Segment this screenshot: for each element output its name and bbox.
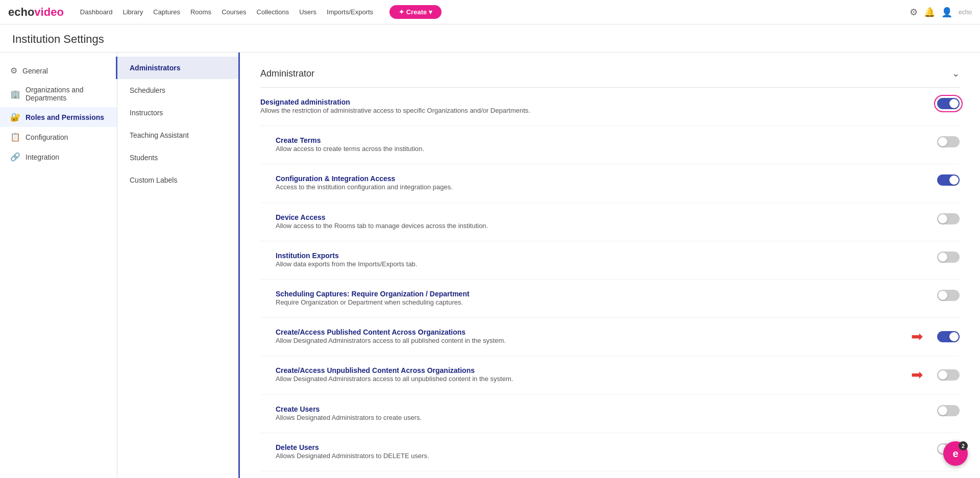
toggle-wrap-designated-admin xyxy=(937,98,960,109)
perm-header-config-integration-access: Configuration & Integration Access Acces… xyxy=(276,174,960,192)
page-layout: Institution Settings ⚙General🏢Organizati… xyxy=(0,24,980,478)
toggle-scheduling-captures[interactable] xyxy=(937,290,960,301)
create-button[interactable]: ✦ Create ▾ xyxy=(389,5,442,19)
user-profile-icon[interactable]: 👤 xyxy=(941,7,952,18)
toggle-knob-scheduling-captures xyxy=(938,291,947,300)
notifications-icon[interactable]: 🔔 xyxy=(924,7,935,18)
logo[interactable]: echovideo xyxy=(8,6,64,19)
avatar-button[interactable]: e 2 xyxy=(943,441,968,466)
perm-desc-designated-admin: Allows the restriction of administrative… xyxy=(260,106,530,115)
toggle-wrap-create-access-unpublished xyxy=(937,369,960,381)
perm-right-create-users xyxy=(927,405,960,416)
perm-desc-device-access: Allow access to the Rooms tab to manage … xyxy=(276,221,488,231)
sidebar-item-integration[interactable]: 🔗Integration xyxy=(0,147,117,167)
toggle-wrap-create-access-published xyxy=(937,331,960,342)
toggle-institution-exports[interactable] xyxy=(937,251,960,263)
perm-header-create-terms: Create Terms Allow access to create term… xyxy=(276,136,960,154)
sidebar-item-config[interactable]: 📋Configuration xyxy=(0,127,117,147)
toggle-create-access-unpublished[interactable] xyxy=(937,369,960,381)
sidebar-label-general: General xyxy=(22,67,48,75)
mid-item-instructors[interactable]: Instructors xyxy=(117,102,238,124)
toggle-device-access[interactable] xyxy=(937,213,960,224)
perm-title-create-users: Create Users xyxy=(276,405,422,413)
toggle-knob-designated-admin xyxy=(949,99,959,108)
avatar-badge: 2 xyxy=(959,441,968,450)
mid-item-administrators[interactable]: Administrators xyxy=(116,57,238,79)
nav-link-captures[interactable]: Captures xyxy=(153,8,180,16)
mid-item-schedulers[interactable]: Schedulers xyxy=(117,79,238,102)
nav-link-users[interactable]: Users xyxy=(299,8,316,16)
sidebar-item-org-dept[interactable]: 🏢Organizations and Departments xyxy=(0,81,117,107)
permission-row-config-integration-access: Configuration & Integration Access Acces… xyxy=(260,174,960,203)
perm-header-create-users: Create Users Allows Designated Administr… xyxy=(276,405,960,422)
perm-title-config-integration-access: Configuration & Integration Access xyxy=(276,174,453,183)
nav-link-library[interactable]: Library xyxy=(122,8,143,16)
toggle-wrap-institution-exports xyxy=(937,251,960,263)
permission-row-create-terms: Create Terms Allow access to create term… xyxy=(260,136,960,164)
nav-link-imports-exports[interactable]: Imports/Exports xyxy=(327,8,373,16)
perm-desc-delete-users: Allows Designated Administrators to DELE… xyxy=(276,451,429,461)
perm-title-create-access-unpublished: Create/Access Unpublished Content Across… xyxy=(276,366,513,374)
perm-text-delete-users: Delete Users Allows Designated Administr… xyxy=(276,443,429,461)
mid-item-teaching-assistant[interactable]: Teaching Assistant xyxy=(117,124,238,146)
sidebar-icon-config: 📋 xyxy=(10,132,20,142)
perm-header-device-access: Device Access Allow access to the Rooms … xyxy=(276,213,960,231)
mid-item-students[interactable]: Students xyxy=(117,146,238,169)
toggle-designated-admin[interactable] xyxy=(937,98,960,109)
toggle-create-terms[interactable] xyxy=(937,136,960,147)
nav-link-dashboard[interactable]: Dashboard xyxy=(80,8,113,16)
perm-title-create-terms: Create Terms xyxy=(276,136,424,144)
toggle-create-users[interactable] xyxy=(937,405,960,416)
sidebar-label-config: Configuration xyxy=(26,133,68,141)
perm-title-create-access-published: Create/Access Published Content Across O… xyxy=(276,328,506,336)
toggle-config-integration-access[interactable] xyxy=(937,174,960,186)
echo-logo-small: echo xyxy=(959,9,972,16)
section-chevron-icon[interactable]: ⌄ xyxy=(952,68,960,79)
settings-icon[interactable]: ⚙ xyxy=(910,7,918,18)
admin-section-header: Administrator ⌄ xyxy=(260,63,960,88)
perm-desc-create-access-published: Allow Designated Administrators access t… xyxy=(276,336,506,345)
perm-right-create-terms xyxy=(927,136,960,147)
toggle-knob-create-access-unpublished xyxy=(938,370,947,380)
permission-row-institution-exports: Institution Exports Allow data exports f… xyxy=(260,251,960,280)
sidebar-label-roles-perms: Roles and Permissions xyxy=(26,113,104,121)
admin-section-title: Administrator xyxy=(260,68,314,79)
perm-desc-institution-exports: Allow data exports from the Imports/Expo… xyxy=(276,260,417,269)
perm-header-create-access-published: Create/Access Published Content Across O… xyxy=(276,328,960,345)
mid-item-custom-labels[interactable]: Custom Labels xyxy=(117,169,238,191)
nav-links: DashboardLibraryCapturesRoomsCoursesColl… xyxy=(80,8,373,16)
perm-text-create-users: Create Users Allows Designated Administr… xyxy=(276,405,422,422)
perm-text-institution-exports: Institution Exports Allow data exports f… xyxy=(276,251,417,269)
red-arrow-icon: ➡ xyxy=(911,366,923,383)
nav-link-rooms[interactable]: Rooms xyxy=(190,8,211,16)
perm-text-designated-admin: Designated administration Allows the res… xyxy=(260,98,530,115)
toggle-create-access-published[interactable] xyxy=(937,331,960,342)
perm-desc-create-terms: Allow access to create terms across the … xyxy=(276,144,424,154)
perm-desc-scheduling-captures: Require Organization or Department when … xyxy=(276,298,470,307)
perm-header-delete-users: Delete Users Allows Designated Administr… xyxy=(276,443,960,461)
sidebar-icon-integration: 🔗 xyxy=(10,152,20,162)
toggle-knob-create-access-published xyxy=(949,332,959,341)
red-arrow-icon: ➡ xyxy=(911,328,923,345)
permission-row-create-users: Create Users Allows Designated Administr… xyxy=(260,405,960,433)
toggle-wrap-scheduling-captures xyxy=(937,290,960,301)
sidebar-item-roles-perms[interactable]: 🔐Roles and Permissions xyxy=(0,107,117,127)
perm-header-scheduling-captures: Scheduling Captures: Require Organizatio… xyxy=(276,290,960,307)
perm-desc-config-integration-access: Access to the institution configuration … xyxy=(276,183,453,192)
perm-desc-create-access-unpublished: Allow Designated Administrators access t… xyxy=(276,374,513,384)
toggle-wrap-create-terms xyxy=(937,136,960,147)
permission-row-delete-users: Delete Users Allows Designated Administr… xyxy=(260,443,960,471)
nav-link-courses[interactable]: Courses xyxy=(222,8,246,16)
perm-right-config-integration-access xyxy=(927,174,960,186)
perm-right-create-access-published: ➡ xyxy=(911,328,960,345)
perm-right-create-access-unpublished: ➡ xyxy=(911,366,960,383)
perm-title-device-access: Device Access xyxy=(276,213,488,221)
nav-right: ⚙ 🔔 👤 echo xyxy=(910,7,972,18)
nav-link-collections[interactable]: Collections xyxy=(257,8,289,16)
permissions-list: Designated administration Allows the res… xyxy=(260,98,960,471)
perm-title-institution-exports: Institution Exports xyxy=(276,251,417,260)
sidebar-item-general[interactable]: ⚙General xyxy=(0,61,117,81)
toggle-knob-device-access xyxy=(938,214,947,223)
page-title: Institution Settings xyxy=(0,24,980,53)
main-content: Administrator ⌄ Designated administratio… xyxy=(240,53,980,478)
